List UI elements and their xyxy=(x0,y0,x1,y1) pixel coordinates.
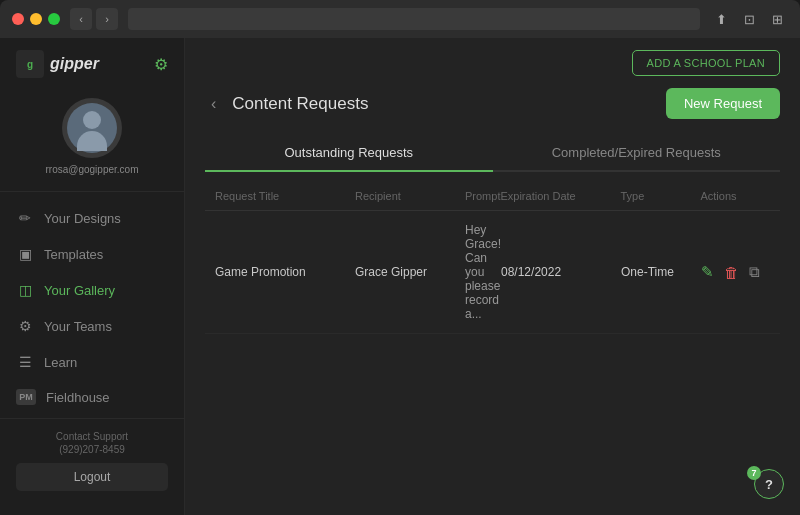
help-button[interactable]: 7 ? xyxy=(754,469,784,499)
grid-icon: ▣ xyxy=(16,245,34,263)
sidebar-item-label: Learn xyxy=(44,355,77,370)
col-expiration-date: Expiration Date xyxy=(500,190,620,202)
app-container: g gipper ⚙ rrosa@gogipper.com ✏ Your Des… xyxy=(0,38,800,515)
nav-buttons: ‹ › xyxy=(70,8,118,30)
share-icon[interactable]: ⬆ xyxy=(710,8,732,30)
top-bar: ADD A SCHOOL PLAN xyxy=(185,38,800,88)
close-button[interactable] xyxy=(12,13,24,25)
contact-support-label: Contact Support xyxy=(16,431,168,442)
sidebar-header: g gipper ⚙ xyxy=(0,50,184,90)
sidebar-item-fieldhouse[interactable]: PM Fieldhouse xyxy=(8,380,176,414)
sidebar-item-label: Your Designs xyxy=(44,211,121,226)
sidebar-item-label: Your Teams xyxy=(44,319,112,334)
maximize-button[interactable] xyxy=(48,13,60,25)
col-request-title: Request Title xyxy=(215,190,355,202)
sidebar-item-label: Templates xyxy=(44,247,103,262)
edit-icon[interactable]: ✎ xyxy=(701,263,714,281)
sidebar-item-your-gallery[interactable]: ◫ Your Gallery xyxy=(8,272,176,308)
add-school-plan-button[interactable]: ADD A SCHOOL PLAN xyxy=(632,50,780,76)
sidebar-item-your-teams[interactable]: ⚙ Your Teams xyxy=(8,308,176,344)
sidebar-item-your-designs[interactable]: ✏ Your Designs xyxy=(8,200,176,236)
logo-area: g gipper xyxy=(16,50,99,78)
help-label: ? xyxy=(765,477,773,492)
table-header: Request Title Recipient Prompt Expiratio… xyxy=(205,182,780,211)
cell-prompt: Hey Grace! Can you please record a... xyxy=(465,223,501,321)
user-email: rrosa@gogipper.com xyxy=(46,164,139,175)
learn-icon: ☰ xyxy=(16,353,34,371)
cell-actions: ✎ 🗑 ⧉ xyxy=(701,263,781,281)
cell-recipient: Grace Gipper xyxy=(355,265,465,279)
avatar-body xyxy=(77,131,107,151)
table-row: Game Promotion Grace Gipper Hey Grace! C… xyxy=(205,211,780,334)
sidebar: g gipper ⚙ rrosa@gogipper.com ✏ Your Des… xyxy=(0,38,185,515)
back-button[interactable]: ‹ xyxy=(205,93,222,115)
gallery-icon: ◫ xyxy=(16,281,34,299)
avatar-head xyxy=(83,111,101,129)
main-content: ADD A SCHOOL PLAN ‹ Content Requests New… xyxy=(185,38,800,515)
col-actions: Actions xyxy=(700,190,780,202)
avatar xyxy=(62,98,122,158)
traffic-lights xyxy=(12,13,60,25)
copy-icon[interactable]: ⧉ xyxy=(749,263,760,281)
sidebar-footer: Contact Support (929)207-8459 Logout xyxy=(0,418,184,503)
sidebar-item-templates[interactable]: ▣ Templates xyxy=(8,236,176,272)
window-actions: ⬆ ⊡ ⊞ xyxy=(710,8,788,30)
settings-icon[interactable]: ⚙ xyxy=(154,55,168,74)
sidebar-item-label: Your Gallery xyxy=(44,283,115,298)
col-prompt: Prompt xyxy=(465,190,500,202)
content-area: ‹ Content Requests New Request Outstandi… xyxy=(185,88,800,515)
cell-expiration-date: 08/12/2022 xyxy=(501,265,621,279)
delete-icon[interactable]: 🗑 xyxy=(724,264,739,281)
logo-text: gipper xyxy=(50,55,99,73)
pencil-icon: ✏ xyxy=(16,209,34,227)
duplicate-icon[interactable]: ⊡ xyxy=(738,8,760,30)
table-container: Request Title Recipient Prompt Expiratio… xyxy=(205,182,780,334)
teams-icon: ⚙ xyxy=(16,317,34,335)
back-and-title: ‹ Content Requests xyxy=(205,93,368,115)
col-recipient: Recipient xyxy=(355,190,465,202)
phone-number: (929)207-8459 xyxy=(16,444,168,455)
avatar-person xyxy=(72,108,112,148)
address-bar[interactable] xyxy=(128,8,700,30)
tab-outstanding-requests[interactable]: Outstanding Requests xyxy=(205,135,493,170)
col-type: Type xyxy=(620,190,700,202)
sidebar-item-learn[interactable]: ☰ Learn xyxy=(8,344,176,380)
logout-button[interactable]: Logout xyxy=(16,463,168,491)
tabs-container: Outstanding Requests Completed/Expired R… xyxy=(205,135,780,172)
cell-type: One-Time xyxy=(621,265,701,279)
tab-completed-expired-requests[interactable]: Completed/Expired Requests xyxy=(493,135,781,170)
back-nav-button[interactable]: ‹ xyxy=(70,8,92,30)
help-badge: 7 xyxy=(747,466,761,480)
avatar-section: rrosa@gogipper.com xyxy=(0,90,184,192)
window-chrome: ‹ › ⬆ ⊡ ⊞ xyxy=(0,0,800,38)
cell-request-title: Game Promotion xyxy=(215,265,355,279)
fieldhouse-icon: PM xyxy=(16,389,36,405)
sidebar-item-label: Fieldhouse xyxy=(46,390,110,405)
new-tab-icon[interactable]: ⊞ xyxy=(766,8,788,30)
page-title: Content Requests xyxy=(232,94,368,114)
avatar-image xyxy=(67,103,117,153)
nav-items: ✏ Your Designs ▣ Templates ◫ Your Galler… xyxy=(0,200,184,418)
forward-nav-button[interactable]: › xyxy=(96,8,118,30)
minimize-button[interactable] xyxy=(30,13,42,25)
new-request-button[interactable]: New Request xyxy=(666,88,780,119)
logo-icon: g xyxy=(16,50,44,78)
content-header: ‹ Content Requests New Request xyxy=(205,88,780,119)
